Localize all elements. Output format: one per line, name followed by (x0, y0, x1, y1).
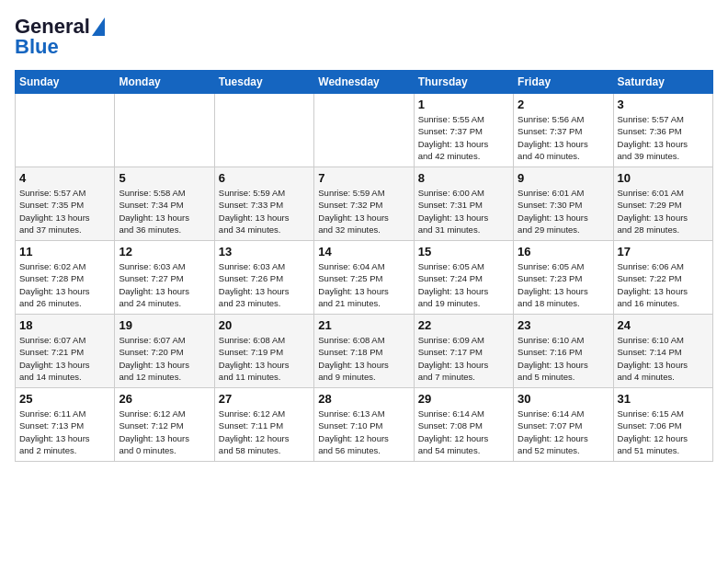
day-number: 16 (518, 245, 609, 259)
calendar-week-row: 4Sunrise: 5:57 AM Sunset: 7:35 PM Daylig… (16, 167, 713, 241)
day-number: 14 (318, 245, 409, 259)
calendar-cell: 26Sunrise: 6:12 AM Sunset: 7:12 PM Dayli… (115, 388, 214, 462)
logo: General Blue (15, 15, 105, 59)
weekday-header: Thursday (414, 71, 513, 94)
calendar-week-row: 25Sunrise: 6:11 AM Sunset: 7:13 PM Dayli… (16, 388, 713, 462)
day-info: Sunrise: 6:14 AM Sunset: 7:08 PM Dayligh… (418, 408, 509, 456)
day-number: 22 (418, 318, 509, 332)
weekday-header: Saturday (613, 71, 712, 94)
day-info: Sunrise: 6:05 AM Sunset: 7:23 PM Dayligh… (518, 260, 609, 309)
day-number: 23 (518, 318, 609, 332)
day-info: Sunrise: 6:13 AM Sunset: 7:10 PM Dayligh… (318, 408, 409, 456)
day-info: Sunrise: 6:04 AM Sunset: 7:25 PM Dayligh… (318, 260, 409, 309)
calendar-cell: 11Sunrise: 6:02 AM Sunset: 7:28 PM Dayli… (16, 241, 115, 315)
calendar-cell: 8Sunrise: 6:00 AM Sunset: 7:31 PM Daylig… (414, 167, 513, 241)
day-number: 6 (219, 171, 310, 185)
day-info: Sunrise: 6:08 AM Sunset: 7:18 PM Dayligh… (318, 334, 409, 383)
calendar-cell: 7Sunrise: 5:59 AM Sunset: 7:32 PM Daylig… (314, 167, 414, 241)
calendar-cell: 28Sunrise: 6:13 AM Sunset: 7:10 PM Dayli… (314, 388, 414, 462)
day-number: 18 (19, 318, 110, 332)
day-number: 21 (318, 318, 409, 332)
day-info: Sunrise: 6:01 AM Sunset: 7:29 PM Dayligh… (618, 187, 709, 236)
calendar-cell: 10Sunrise: 6:01 AM Sunset: 7:29 PM Dayli… (613, 167, 712, 241)
day-info: Sunrise: 6:06 AM Sunset: 7:22 PM Dayligh… (618, 260, 709, 309)
day-info: Sunrise: 6:12 AM Sunset: 7:11 PM Dayligh… (219, 408, 310, 456)
day-number: 7 (318, 171, 409, 185)
day-number: 9 (518, 171, 609, 185)
day-info: Sunrise: 6:10 AM Sunset: 7:16 PM Dayligh… (518, 334, 609, 383)
calendar-cell: 12Sunrise: 6:03 AM Sunset: 7:27 PM Dayli… (115, 241, 214, 315)
calendar-cell: 21Sunrise: 6:08 AM Sunset: 7:18 PM Dayli… (314, 315, 414, 388)
calendar-week-row: 1Sunrise: 5:55 AM Sunset: 7:37 PM Daylig… (16, 94, 713, 167)
day-number: 2 (518, 98, 609, 111)
calendar-cell: 5Sunrise: 5:58 AM Sunset: 7:34 PM Daylig… (115, 167, 214, 241)
calendar-cell: 1Sunrise: 5:55 AM Sunset: 7:37 PM Daylig… (414, 94, 513, 167)
day-number: 3 (618, 98, 709, 111)
calendar-cell: 30Sunrise: 6:14 AM Sunset: 7:07 PM Dayli… (514, 388, 613, 462)
weekday-header: Sunday (16, 71, 115, 94)
calendar-table: SundayMondayTuesdayWednesdayThursdayFrid… (15, 70, 713, 462)
weekday-header: Wednesday (314, 71, 414, 94)
page-header: General Blue (15, 15, 713, 59)
calendar-cell: 18Sunrise: 6:07 AM Sunset: 7:21 PM Dayli… (16, 315, 115, 388)
day-number: 12 (119, 245, 210, 259)
calendar-cell: 19Sunrise: 6:07 AM Sunset: 7:20 PM Dayli… (115, 315, 214, 388)
calendar-body: 1Sunrise: 5:55 AM Sunset: 7:37 PM Daylig… (16, 94, 713, 462)
day-number: 1 (418, 98, 509, 111)
day-info: Sunrise: 5:57 AM Sunset: 7:35 PM Dayligh… (19, 187, 110, 236)
day-info: Sunrise: 6:00 AM Sunset: 7:31 PM Dayligh… (418, 187, 509, 236)
logo-blue: Blue (15, 35, 59, 59)
calendar-cell: 6Sunrise: 5:59 AM Sunset: 7:33 PM Daylig… (214, 167, 313, 241)
day-number: 4 (19, 171, 110, 185)
day-number: 13 (219, 245, 310, 259)
calendar-cell: 27Sunrise: 6:12 AM Sunset: 7:11 PM Dayli… (214, 388, 313, 462)
calendar-header-row: SundayMondayTuesdayWednesdayThursdayFrid… (16, 71, 713, 94)
day-info: Sunrise: 5:59 AM Sunset: 7:32 PM Dayligh… (318, 187, 409, 236)
calendar-cell: 14Sunrise: 6:04 AM Sunset: 7:25 PM Dayli… (314, 241, 414, 315)
day-info: Sunrise: 5:56 AM Sunset: 7:37 PM Dayligh… (518, 113, 609, 162)
calendar-week-row: 18Sunrise: 6:07 AM Sunset: 7:21 PM Dayli… (16, 315, 713, 388)
calendar-cell: 4Sunrise: 5:57 AM Sunset: 7:35 PM Daylig… (16, 167, 115, 241)
calendar-cell (115, 94, 214, 167)
calendar-cell: 20Sunrise: 6:08 AM Sunset: 7:19 PM Dayli… (214, 315, 313, 388)
day-number: 28 (318, 392, 409, 406)
day-info: Sunrise: 5:58 AM Sunset: 7:34 PM Dayligh… (119, 187, 210, 236)
day-info: Sunrise: 6:15 AM Sunset: 7:06 PM Dayligh… (618, 408, 709, 456)
day-number: 11 (19, 245, 110, 259)
calendar-cell: 24Sunrise: 6:10 AM Sunset: 7:14 PM Dayli… (613, 315, 712, 388)
calendar-cell: 3Sunrise: 5:57 AM Sunset: 7:36 PM Daylig… (613, 94, 712, 167)
day-number: 29 (418, 392, 509, 406)
day-info: Sunrise: 6:01 AM Sunset: 7:30 PM Dayligh… (518, 187, 609, 236)
day-info: Sunrise: 6:07 AM Sunset: 7:20 PM Dayligh… (119, 334, 210, 383)
calendar-cell: 2Sunrise: 5:56 AM Sunset: 7:37 PM Daylig… (514, 94, 613, 167)
weekday-header: Tuesday (214, 71, 313, 94)
calendar-cell (214, 94, 313, 167)
day-info: Sunrise: 6:03 AM Sunset: 7:27 PM Dayligh… (119, 260, 210, 309)
day-info: Sunrise: 6:08 AM Sunset: 7:19 PM Dayligh… (219, 334, 310, 383)
day-number: 17 (618, 245, 709, 259)
day-info: Sunrise: 6:09 AM Sunset: 7:17 PM Dayligh… (418, 334, 509, 383)
day-number: 5 (119, 171, 210, 185)
calendar-cell (314, 94, 414, 167)
weekday-header: Friday (514, 71, 613, 94)
day-info: Sunrise: 5:59 AM Sunset: 7:33 PM Dayligh… (219, 187, 310, 236)
day-number: 31 (618, 392, 709, 406)
day-info: Sunrise: 6:11 AM Sunset: 7:13 PM Dayligh… (19, 408, 110, 456)
logo-icon (92, 17, 105, 36)
calendar-cell: 22Sunrise: 6:09 AM Sunset: 7:17 PM Dayli… (414, 315, 513, 388)
day-number: 10 (618, 171, 709, 185)
weekday-header: Monday (115, 71, 214, 94)
calendar-cell: 9Sunrise: 6:01 AM Sunset: 7:30 PM Daylig… (514, 167, 613, 241)
day-info: Sunrise: 6:10 AM Sunset: 7:14 PM Dayligh… (618, 334, 709, 383)
day-number: 19 (119, 318, 210, 332)
day-number: 20 (219, 318, 310, 332)
calendar-cell: 31Sunrise: 6:15 AM Sunset: 7:06 PM Dayli… (613, 388, 712, 462)
day-info: Sunrise: 6:03 AM Sunset: 7:26 PM Dayligh… (219, 260, 310, 309)
calendar-cell: 23Sunrise: 6:10 AM Sunset: 7:16 PM Dayli… (514, 315, 613, 388)
day-info: Sunrise: 6:05 AM Sunset: 7:24 PM Dayligh… (418, 260, 509, 309)
day-info: Sunrise: 6:14 AM Sunset: 7:07 PM Dayligh… (518, 408, 609, 456)
day-info: Sunrise: 6:12 AM Sunset: 7:12 PM Dayligh… (119, 408, 210, 456)
calendar-cell: 25Sunrise: 6:11 AM Sunset: 7:13 PM Dayli… (16, 388, 115, 462)
day-number: 8 (418, 171, 509, 185)
day-number: 24 (618, 318, 709, 332)
